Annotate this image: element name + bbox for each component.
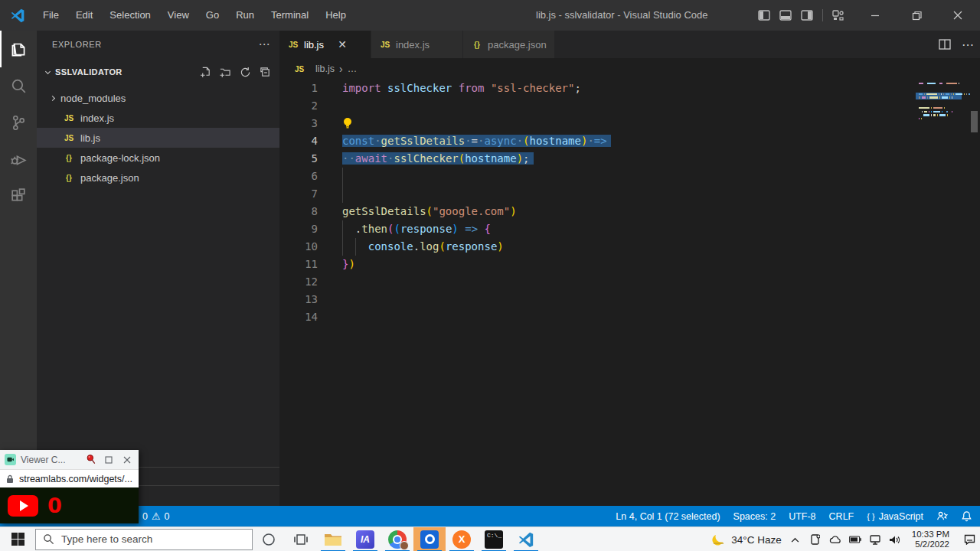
hidden-icons-chevron[interactable] [789,537,802,543]
breadcrumb[interactable]: JS lib.js › … [279,58,980,80]
code-area[interactable]: 1import sslChecker from "ssl-checker";23… [279,80,980,326]
menu-go[interactable]: Go [198,5,227,25]
battery-icon[interactable] [849,536,861,543]
menu-edit[interactable]: Edit [67,5,101,25]
encoding-status[interactable]: UTF-8 [789,511,815,522]
search-icon[interactable] [0,67,37,104]
collapse-all-icon[interactable] [258,65,272,79]
toggle-panel-icon[interactable] [779,10,792,21]
code-line-10[interactable]: 10 console.log(response) [279,238,980,256]
folder-section-header[interactable]: SSLVALIDATOR [37,64,279,80]
ia-app-taskbar-icon[interactable]: IA [349,527,381,551]
code-line-8[interactable]: 8getSslDetails("google.com") [279,203,980,220]
file-item-node_modules[interactable]: node_modules [37,88,279,108]
new-folder-icon[interactable] [218,65,232,79]
indent-guide [355,238,356,256]
file-item-lib.js[interactable]: JSlib.js [37,128,279,148]
editor-scrollbar[interactable] [971,111,978,132]
tab-close-icon[interactable]: ✕ [335,37,350,52]
menu-view[interactable]: View [159,5,198,25]
layout-controls [758,0,844,31]
split-editor-icon[interactable] [939,39,951,50]
new-file-icon[interactable] [198,65,212,79]
eol-status[interactable]: CRLF [829,511,854,522]
code-line-14[interactable]: 14 [279,308,980,326]
system-tray: 34°C Haze 10:33 PM 5/2/2022 [711,527,980,551]
refresh-icon[interactable] [238,65,252,79]
close-button[interactable] [940,0,975,31]
breadcrumb-more[interactable]: … [348,64,358,74]
code-line-4[interactable]: 4const·getSslDetails·=·async·(hostname)·… [279,132,980,150]
code-line-13[interactable]: 13 [279,291,980,308]
overlay-maximize-icon[interactable] [102,456,116,464]
line-number: 3 [279,115,318,132]
menu-terminal[interactable]: Terminal [263,5,317,25]
feedback-icon[interactable] [936,510,948,522]
tab-package.json[interactable]: {}package.json [463,31,555,58]
menu-help[interactable]: Help [317,5,354,25]
tab-index.js[interactable]: JSindex.js [371,31,463,58]
extensions-icon[interactable] [0,178,37,214]
customize-layout-icon[interactable] [832,10,844,21]
toggle-sidebar-icon[interactable] [758,10,770,21]
overlay-url[interactable]: streamlabs.com/widgets/... [19,474,132,484]
editor-group: JSlib.js✕JSindex.js{}package.json ⋯ JS l… [279,31,980,506]
overlay-address-bar[interactable]: streamlabs.com/widgets/... [0,469,139,487]
cursor-position[interactable]: Ln 4, Col 1 (72 selected) [616,511,720,522]
task-view-button[interactable] [285,527,317,551]
source-control-icon[interactable] [0,104,37,141]
notifications-bell-icon[interactable] [961,510,972,522]
code-line-6[interactable]: 6 [279,168,980,185]
indentation-status[interactable]: Spaces: 2 [733,511,776,522]
explorer-icon[interactable] [0,31,37,67]
language-status[interactable]: { } JavaScript [867,511,923,522]
menu-selection[interactable]: Selection [101,5,158,25]
explorer-more-icon[interactable]: ⋯ [258,37,270,51]
minimize-button[interactable] [858,0,893,31]
breadcrumb-separator: › [339,63,343,75]
toggle-secondary-sidebar-icon[interactable] [801,10,813,21]
xampp-taskbar-icon[interactable]: X [446,527,478,551]
your-phone-icon[interactable] [809,534,822,545]
lightbulb-icon[interactable] [342,117,353,129]
code-line-3[interactable]: 3 [279,115,980,132]
file-item-package-lock.json[interactable]: {}package-lock.json [37,148,279,168]
explorer-title: EXPLORER [52,40,102,49]
menu-file[interactable]: File [34,5,67,25]
code-line-2[interactable]: 2 [279,97,980,115]
problems-status[interactable]: 0 ⚠ 0 [142,510,170,522]
action-center-icon[interactable] [963,534,975,545]
code-line-12[interactable]: 12 [279,273,980,291]
overlay-titlebar[interactable]: Viewer C... [0,450,139,469]
overlay-close-icon[interactable] [120,456,134,464]
tab-lib.js[interactable]: JSlib.js✕ [279,31,371,58]
code-line-9[interactable]: 9 .then((response) => { [279,220,980,238]
restore-button[interactable] [899,0,934,31]
volume-icon[interactable] [889,535,901,545]
menu-run[interactable]: Run [227,5,263,25]
file-explorer-taskbar-icon[interactable] [317,527,349,551]
vscode-taskbar-icon[interactable] [510,527,542,551]
viewer-count-window[interactable]: Viewer C... streamlabs.com/widgets/... 0 [0,450,139,523]
code-line-1[interactable]: 1import sslChecker from "ssl-checker"; [279,80,980,97]
breadcrumb-file[interactable]: lib.js [315,64,335,74]
streamlabs-taskbar-icon[interactable] [413,527,446,551]
start-button[interactable] [0,527,35,551]
code-line-5[interactable]: 5··await·sslChecker(hostname); [279,150,980,168]
onedrive-icon[interactable] [829,535,841,544]
chrome-taskbar-icon[interactable] [381,527,413,551]
run-debug-icon[interactable] [0,141,37,178]
file-item-package.json[interactable]: {}package.json [37,168,279,187]
minimap[interactable] [919,83,963,167]
code-line-7[interactable]: 7 [279,185,980,203]
pin-icon[interactable] [86,454,97,465]
taskbar-search[interactable]: Type here to search [35,529,253,550]
cortana-button[interactable] [253,527,285,551]
file-item-index.js[interactable]: JSindex.js [37,108,279,128]
editor-more-icon[interactable]: ⋯ [962,37,974,52]
weather-status[interactable]: 34°C Haze [711,533,781,546]
clock[interactable]: 10:33 PM 5/2/2022 [912,530,949,549]
terminal-taskbar-icon[interactable]: C:\_ [478,527,510,551]
network-icon[interactable] [869,535,881,545]
code-line-11[interactable]: 11}) [279,256,980,273]
